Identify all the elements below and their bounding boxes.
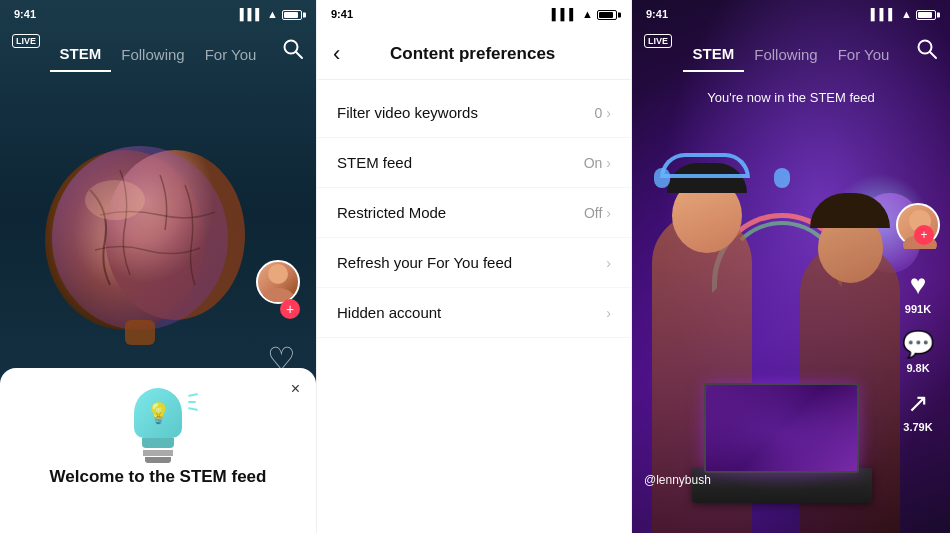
p2-filter-keywords-label: Filter video keywords — [337, 104, 478, 121]
p1-wifi-icon: ▲ — [267, 8, 278, 20]
svg-point-4 — [52, 146, 228, 330]
p2-refresh-feed-chevron-icon: › — [606, 255, 611, 271]
p3-status-bar: 9:41 ▌▌▌ ▲ — [632, 0, 950, 28]
p3-search-icon[interactable] — [916, 38, 938, 64]
p1-sheet-title: Welcome to the STEM feed — [50, 467, 267, 487]
p3-heart-icon: ♥ — [910, 269, 927, 301]
p2-restricted-mode-right: Off › — [584, 205, 611, 221]
p3-signal-icon: ▌▌▌ — [871, 8, 897, 20]
p2-filter-keywords-right: 0 › — [595, 105, 611, 121]
p1-nav: STEM Following For You — [0, 28, 316, 80]
p1-status-icons: ▌▌▌ ▲ — [240, 8, 302, 20]
p1-sheet-close-button[interactable]: × — [291, 380, 300, 398]
p2-stem-feed-label: STEM feed — [337, 154, 412, 171]
p3-like-action[interactable]: ♥ 991K — [905, 269, 931, 315]
p2-stem-feed-value: On — [584, 155, 603, 171]
p3-wifi-icon: ▲ — [901, 8, 912, 20]
p2-topbar: ‹ Content preferences — [317, 28, 631, 80]
p1-nav-following[interactable]: Following — [111, 38, 194, 71]
p2-restricted-mode-value: Off — [584, 205, 602, 221]
p1-follow-button[interactable]: + — [280, 299, 300, 319]
p2-stem-feed-chevron-icon: › — [606, 155, 611, 171]
p2-hidden-account-label: Hidden account — [337, 304, 441, 321]
p3-right-sidebar: + ♥ 991K 💬 9.8K ↗ 3.79K — [896, 203, 940, 433]
p2-status-bar: 9:41 ▌▌▌ ▲ — [317, 0, 631, 28]
p2-stem-feed-right: On › — [584, 155, 611, 171]
p3-nav-foryou[interactable]: For You — [828, 38, 900, 71]
p1-time: 9:41 — [14, 8, 36, 20]
p2-hidden-account-right: › — [606, 305, 611, 321]
p2-time: 9:41 — [331, 8, 353, 20]
p2-menu-refresh-feed[interactable]: Refresh your For You feed › — [317, 238, 631, 288]
svg-line-1 — [296, 52, 302, 58]
p3-nav: STEM Following For You — [632, 28, 950, 80]
p2-refresh-feed-label: Refresh your For You feed — [337, 254, 512, 271]
p2-restricted-mode-chevron-icon: › — [606, 205, 611, 221]
p3-stem-notice: You're now in the STEM feed — [632, 90, 950, 105]
p3-status-icons: ▌▌▌ ▲ — [871, 8, 936, 20]
p3-like-count: 991K — [905, 303, 931, 315]
p2-hidden-account-chevron-icon: › — [606, 305, 611, 321]
p2-menu-list: Filter video keywords 0 › STEM feed On ›… — [317, 80, 631, 533]
p3-battery-icon — [916, 8, 936, 20]
p2-menu-stem-feed[interactable]: STEM feed On › — [317, 138, 631, 188]
p2-back-button[interactable]: ‹ — [333, 41, 340, 67]
p1-battery-icon — [282, 8, 302, 20]
panel-2-content-preferences: 9:41 ▌▌▌ ▲ ‹ Content preferences Filter … — [316, 0, 632, 533]
p3-follow-button[interactable]: + — [914, 225, 934, 245]
p1-user-avatar[interactable] — [256, 260, 300, 304]
p3-share-icon: ↗ — [907, 388, 929, 419]
p1-nav-foryou[interactable]: For You — [195, 38, 267, 71]
p3-creator-avatar-container: + — [896, 203, 940, 245]
svg-rect-5 — [125, 320, 155, 345]
p3-comment-icon: 💬 — [902, 329, 934, 360]
p1-search-icon[interactable] — [282, 38, 304, 64]
svg-line-10 — [930, 52, 936, 58]
p1-bulb-icon: 💡 — [134, 388, 182, 463]
brain-illustration — [30, 110, 250, 370]
p2-restricted-mode-label: Restricted Mode — [337, 204, 446, 221]
p2-menu-restricted-mode[interactable]: Restricted Mode Off › — [317, 188, 631, 238]
panel-1-tiktok-stem: 9:41 ▌▌▌ ▲ LIVE STEM Following For You — [0, 0, 316, 533]
p2-signal-icon: ▌▌▌ — [552, 8, 578, 20]
p1-status-bar: 9:41 ▌▌▌ ▲ — [0, 0, 316, 28]
p2-refresh-feed-right: › — [606, 255, 611, 271]
panel-3-tiktok-stem-feed: 9:41 ▌▌▌ ▲ LIVE STEM Following For You Y… — [632, 0, 950, 533]
p3-time: 9:41 — [646, 8, 668, 20]
p3-share-action[interactable]: ↗ 3.79K — [903, 388, 932, 433]
p1-nav-stem[interactable]: STEM — [50, 37, 112, 72]
p2-status-icons: ▌▌▌ ▲ — [552, 8, 617, 20]
p2-filter-keywords-chevron-icon: › — [606, 105, 611, 121]
p3-share-count: 3.79K — [903, 421, 932, 433]
p3-nav-stem[interactable]: STEM — [683, 37, 745, 72]
p3-comment-action[interactable]: 💬 9.8K — [902, 329, 934, 374]
svg-point-7 — [268, 264, 288, 284]
p1-signal-icon: ▌▌▌ — [240, 8, 263, 20]
p2-battery-icon — [597, 8, 617, 20]
p3-comment-count: 9.8K — [906, 362, 929, 374]
p3-username: @lennybush — [644, 473, 711, 487]
p1-stem-welcome-sheet: × 💡 Welcome to the STEM feed — [0, 368, 316, 533]
svg-point-6 — [85, 180, 145, 220]
p2-page-title: Content preferences — [352, 44, 593, 64]
p3-nav-following[interactable]: Following — [744, 38, 827, 71]
p2-wifi-icon: ▲ — [582, 8, 593, 20]
p2-filter-keywords-value: 0 — [595, 105, 603, 121]
p2-menu-filter-keywords[interactable]: Filter video keywords 0 › — [317, 88, 631, 138]
p2-menu-hidden-account[interactable]: Hidden account › — [317, 288, 631, 338]
